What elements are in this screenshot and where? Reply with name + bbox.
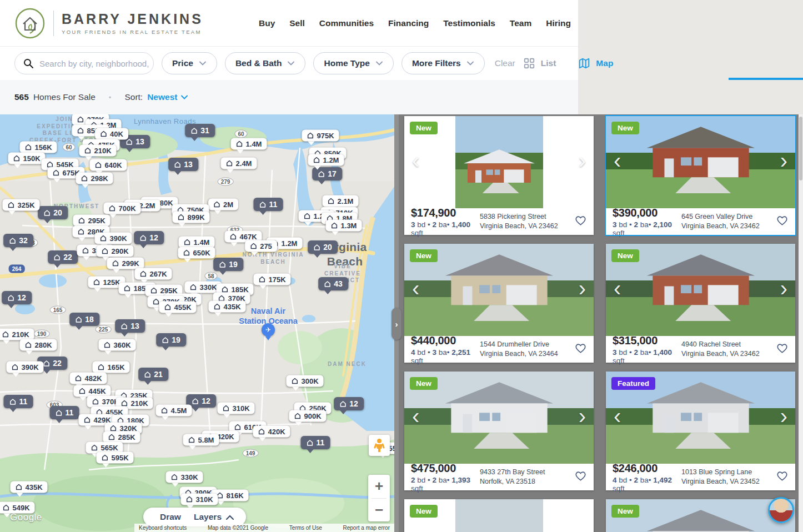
carousel-next-arrow[interactable]: › bbox=[579, 405, 586, 427]
map-canvas[interactable]: JOINT EXPEDITIONARY BASE LITTLE CREEK-FO… bbox=[0, 114, 394, 532]
map-price-pin[interactable]: 900K bbox=[289, 410, 326, 422]
listing-card[interactable]: Featured‹›$246,0004 bd • 2 ba• 1,492 sqf… bbox=[606, 372, 795, 490]
map-cluster-pin[interactable]: 11 bbox=[50, 406, 79, 419]
map-price-pin[interactable]: 210K bbox=[0, 329, 34, 340]
nav-link-buy[interactable]: Buy bbox=[259, 18, 275, 28]
map-price-pin[interactable]: 165K bbox=[92, 362, 129, 373]
carousel-prev-arrow[interactable]: ‹ bbox=[412, 405, 419, 427]
map-attribution-item[interactable]: Map data ©2021 Google bbox=[208, 525, 268, 531]
map-price-pin[interactable]: 445K bbox=[73, 385, 111, 397]
map-cluster-pin[interactable]: 12 bbox=[334, 397, 364, 410]
map-price-pin[interactable]: 700K bbox=[103, 203, 140, 214]
panel-scrollbar-thumb[interactable] bbox=[799, 117, 802, 180]
map-price-pin[interactable]: 40K bbox=[95, 128, 128, 140]
map-cluster-pin[interactable]: 18 bbox=[69, 313, 99, 326]
filter-pill-more-filters[interactable]: More Filters bbox=[402, 52, 485, 74]
map-cluster-pin[interactable]: 11 bbox=[4, 395, 33, 408]
map-price-pin[interactable]: 1.4M bbox=[231, 138, 267, 150]
carousel-next-arrow[interactable]: › bbox=[780, 405, 787, 427]
search-input[interactable] bbox=[39, 59, 150, 68]
map-price-pin[interactable]: 310K bbox=[180, 494, 218, 505]
map-price-pin[interactable]: 210K bbox=[79, 145, 116, 157]
map-price-pin[interactable]: 290K bbox=[96, 245, 133, 257]
panel-scrollbar[interactable] bbox=[799, 114, 803, 532]
carousel-prev-arrow[interactable]: ‹ bbox=[614, 405, 621, 427]
carousel-next-arrow[interactable]: › bbox=[579, 149, 586, 172]
map-price-pin[interactable]: 280K bbox=[19, 339, 57, 351]
listing-card[interactable]: New‹›$440,0004 bd • 3 ba• 2,251 sqft1544… bbox=[404, 244, 594, 363]
map-price-pin[interactable]: 390K bbox=[94, 233, 132, 244]
map-price-pin[interactable]: 482K bbox=[69, 373, 107, 384]
carousel-next-arrow[interactable]: › bbox=[579, 277, 586, 299]
zoom-in-button[interactable]: + bbox=[368, 475, 390, 498]
map-cluster-pin[interactable]: 21 bbox=[138, 368, 168, 381]
zoom-out-button[interactable]: − bbox=[368, 499, 390, 522]
clear-filters-button[interactable]: Clear bbox=[495, 58, 515, 68]
carousel-next-arrow[interactable]: › bbox=[780, 277, 787, 299]
favorite-heart-button[interactable] bbox=[776, 342, 789, 357]
map-price-pin[interactable]: 899K bbox=[172, 212, 209, 223]
draw-button[interactable]: Draw bbox=[160, 512, 181, 522]
sort-dropdown[interactable]: Newest bbox=[147, 92, 188, 102]
map-price-pin[interactable]: 310K bbox=[217, 403, 254, 414]
listing-card[interactable]: New‹›$475,0002 bd • 2 ba• 1,393 sqft9433… bbox=[404, 372, 594, 490]
nav-link-testimonials[interactable]: Testimonials bbox=[443, 18, 495, 28]
nav-link-sell[interactable]: Sell bbox=[289, 18, 305, 28]
favorite-heart-button[interactable] bbox=[574, 470, 587, 484]
map-price-pin[interactable]: 2M bbox=[208, 199, 238, 210]
map-attribution-item[interactable]: Keyboard shortcuts bbox=[139, 525, 187, 531]
map-price-pin[interactable]: 595K bbox=[96, 452, 133, 464]
map-cluster-pin[interactable]: 19 bbox=[213, 258, 243, 271]
map-price-pin[interactable]: 325K bbox=[2, 199, 39, 211]
map-price-pin[interactable]: 390K bbox=[6, 362, 43, 373]
map-price-pin[interactable]: 267K bbox=[134, 268, 172, 280]
map-price-pin[interactable]: 435K bbox=[208, 301, 245, 313]
chat-avatar-button[interactable] bbox=[768, 497, 794, 523]
map-price-pin[interactable]: 1.3M bbox=[326, 220, 362, 232]
map-price-pin[interactable]: 156K bbox=[19, 142, 57, 153]
map-price-pin[interactable]: 650K bbox=[178, 247, 215, 259]
map-cluster-pin[interactable]: 11 bbox=[301, 436, 330, 449]
map-attribution-item[interactable]: Terms of Use bbox=[289, 525, 322, 531]
favorite-heart-button[interactable] bbox=[776, 214, 789, 229]
map-price-pin[interactable]: 455K bbox=[159, 302, 196, 313]
expand-panel-handle[interactable]: › bbox=[392, 308, 402, 340]
map-price-pin[interactable]: 175K bbox=[253, 274, 290, 285]
map-cluster-pin[interactable]: 31 bbox=[185, 124, 215, 137]
map-cluster-pin[interactable]: 22 bbox=[48, 250, 78, 264]
map-cluster-pin[interactable]: 43 bbox=[318, 277, 348, 290]
map-cluster-pin[interactable]: 19 bbox=[156, 333, 186, 347]
pegman-button[interactable] bbox=[369, 435, 390, 456]
listing-card[interactable]: New‹› bbox=[404, 499, 594, 532]
filter-pill-price[interactable]: Price bbox=[162, 52, 217, 74]
favorite-heart-button[interactable] bbox=[574, 214, 587, 229]
map-price-pin[interactable]: 360K bbox=[98, 339, 135, 351]
brand-logo[interactable]: BARRY JENKINS YOUR FRIENDS IN REAL ESTAT… bbox=[14, 8, 203, 39]
map-price-pin[interactable]: 5.8M bbox=[183, 434, 219, 446]
panel-splitter[interactable]: › bbox=[394, 114, 399, 532]
map-price-pin[interactable]: 299K bbox=[107, 258, 144, 269]
map-cluster-pin[interactable]: 13 bbox=[115, 319, 145, 333]
carousel-next-arrow[interactable]: › bbox=[780, 149, 787, 172]
carousel-prev-arrow[interactable]: ‹ bbox=[412, 149, 419, 172]
nav-link-communities[interactable]: Communities bbox=[319, 18, 374, 28]
map-price-pin[interactable]: 1.4M bbox=[179, 237, 215, 248]
map-price-pin[interactable]: 640K bbox=[89, 159, 127, 171]
map-cluster-pin[interactable]: 11 bbox=[254, 198, 283, 211]
carousel-prev-arrow[interactable]: ‹ bbox=[614, 277, 621, 299]
map-price-pin[interactable]: 275 bbox=[245, 240, 277, 252]
map-price-pin[interactable]: 300K bbox=[286, 375, 323, 387]
filter-pill-bed-bath[interactable]: Bed & Bath bbox=[225, 52, 306, 74]
map-cluster-pin[interactable]: 12 bbox=[2, 291, 32, 304]
favorite-heart-button[interactable] bbox=[776, 470, 789, 484]
listing-card[interactable]: New‹›$315,0003 bd • 2 ba• 1,400 sqft4940… bbox=[606, 244, 795, 363]
map-price-pin[interactable]: 298K bbox=[76, 173, 113, 184]
map-cluster-pin[interactable]: 20 bbox=[308, 240, 338, 254]
list-view-button[interactable]: List bbox=[523, 57, 556, 69]
map-price-pin[interactable]: 150K bbox=[8, 153, 45, 164]
map-price-pin[interactable]: 4.5M bbox=[156, 405, 192, 416]
listing-card[interactable]: New‹›$174,9003 bd • 2 ba• 1,400 sqft5838… bbox=[404, 116, 594, 235]
map-price-pin[interactable]: 2.1M bbox=[323, 195, 359, 207]
map-attribution-item[interactable]: Report a map error bbox=[343, 525, 390, 531]
map-price-pin[interactable]: 285K bbox=[103, 431, 140, 443]
